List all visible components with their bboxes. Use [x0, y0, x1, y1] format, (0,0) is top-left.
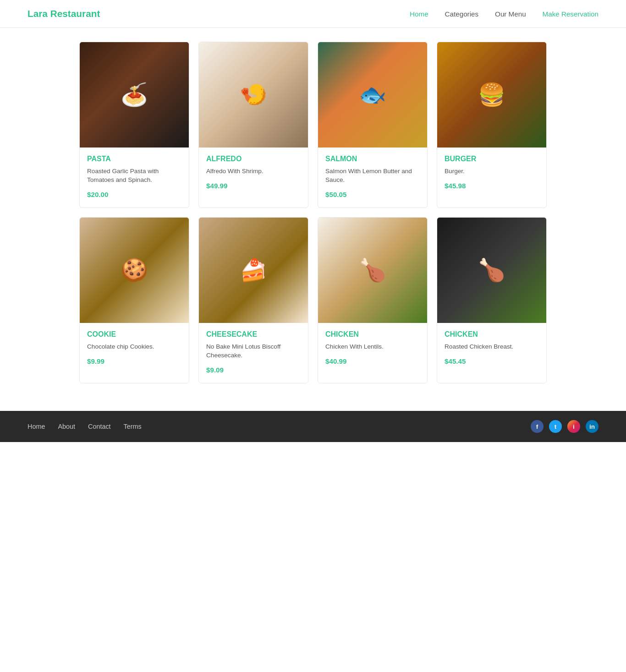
footer-links: HomeAboutContactTerms	[27, 423, 142, 430]
food-emoji-pasta: 🍝	[80, 42, 189, 148]
menu-card-desc-cookie: Chocolate chip Cookies.	[87, 342, 181, 351]
menu-card-price-pasta: $20.00	[87, 191, 181, 198]
menu-card-title-cookie: COOKIE	[87, 330, 181, 339]
menu-card-image-salmon: 🐟	[318, 42, 427, 148]
menu-card-body-cheesecake: CHEESECAKE No Bake Mini Lotus Biscoff Ch…	[199, 323, 308, 383]
menu-card-body-cookie: COOKIE Chocolate chip Cookies. $9.99	[80, 323, 189, 374]
menu-card-cheesecake: 🍰 CHEESECAKE No Bake Mini Lotus Biscoff …	[198, 217, 308, 383]
menu-card-desc-salmon: Salmon With Lemon Butter and Sauce.	[325, 167, 420, 184]
food-emoji-burger: 🍔	[437, 42, 546, 148]
menu-card-title-chicken-lentils: CHICKEN	[325, 330, 420, 339]
menu-card-salmon: 🐟 SALMON Salmon With Lemon Butter and Sa…	[318, 42, 428, 208]
main-content: 🍝 PASTA Roasted Garlic Pasta with Tomato…	[70, 28, 556, 411]
menu-card-burger: 🍔 BURGER Burger. $45.98	[437, 42, 547, 208]
footer-social: ftiin	[531, 420, 599, 433]
menu-card-desc-chicken-lentils: Chicken With Lentils.	[325, 342, 420, 351]
food-emoji-chicken-lentils: 🍗	[318, 218, 427, 323]
menu-card-title-burger: BURGER	[445, 155, 539, 163]
menu-card-price-cookie: $9.99	[87, 357, 181, 365]
menu-card-image-burger: 🍔	[437, 42, 546, 148]
menu-card-title-chicken-breast: CHICKEN	[445, 330, 539, 339]
menu-card-price-salmon: $50.05	[325, 191, 420, 198]
menu-card-title-pasta: PASTA	[87, 155, 181, 163]
footer-link-about[interactable]: About	[58, 423, 75, 430]
facebook-icon[interactable]: f	[531, 420, 544, 433]
menu-card-desc-chicken-breast: Roasted Chicken Breast.	[445, 342, 539, 351]
menu-card-price-chicken-lentils: $40.99	[325, 357, 420, 365]
menu-card-body-chicken-lentils: CHICKEN Chicken With Lentils. $40.99	[318, 323, 427, 374]
menu-card-desc-alfredo: Alfredo With Shrimp.	[206, 167, 301, 175]
menu-card-desc-cheesecake: No Bake Mini Lotus Biscoff Cheesecake.	[206, 342, 301, 360]
menu-card-image-chicken-breast: 🍗	[437, 218, 546, 323]
footer-link-contact[interactable]: Contact	[88, 423, 111, 430]
menu-card-title-salmon: SALMON	[325, 155, 420, 163]
site-logo[interactable]: Lara Restaurant	[27, 8, 100, 19]
menu-card-price-cheesecake: $9.09	[206, 366, 301, 374]
menu-card-pasta: 🍝 PASTA Roasted Garlic Pasta with Tomato…	[79, 42, 189, 208]
menu-card-image-alfredo: 🍤	[199, 42, 308, 148]
nav-categories[interactable]: Categories	[445, 10, 478, 18]
nav-home[interactable]: Home	[410, 10, 428, 18]
twitter-icon[interactable]: t	[549, 420, 562, 433]
nav-our-menu[interactable]: Our Menu	[495, 10, 526, 18]
menu-card-body-salmon: SALMON Salmon With Lemon Butter and Sauc…	[318, 148, 427, 208]
menu-card-chicken-lentils: 🍗 CHICKEN Chicken With Lentils. $40.99	[318, 217, 428, 383]
menu-card-title-alfredo: ALFREDO	[206, 155, 301, 163]
menu-card-body-pasta: PASTA Roasted Garlic Pasta with Tomatoes…	[80, 148, 189, 208]
menu-card-body-chicken-breast: CHICKEN Roasted Chicken Breast. $45.45	[437, 323, 546, 374]
food-emoji-cookie: 🍪	[80, 218, 189, 323]
menu-card-alfredo: 🍤 ALFREDO Alfredo With Shrimp. $49.99	[198, 42, 308, 208]
menu-card-image-cheesecake: 🍰	[199, 218, 308, 323]
food-emoji-cheesecake: 🍰	[199, 218, 308, 323]
menu-card-image-chicken-lentils: 🍗	[318, 218, 427, 323]
footer-link-terms[interactable]: Terms	[124, 423, 142, 430]
menu-card-price-chicken-breast: $45.45	[445, 357, 539, 365]
food-emoji-alfredo: 🍤	[199, 42, 308, 148]
instagram-icon[interactable]: i	[567, 420, 580, 433]
linkedin-icon[interactable]: in	[586, 420, 599, 433]
menu-card-image-cookie: 🍪	[80, 218, 189, 323]
menu-card-body-alfredo: ALFREDO Alfredo With Shrimp. $49.99	[199, 148, 308, 199]
menu-card-price-alfredo: $49.99	[206, 182, 301, 190]
menu-card-cookie: 🍪 COOKIE Chocolate chip Cookies. $9.99	[79, 217, 189, 383]
menu-card-desc-pasta: Roasted Garlic Pasta with Tomatoes and S…	[87, 167, 181, 184]
nav-make-reservation[interactable]: Make Reservation	[543, 10, 599, 18]
main-nav: Home Categories Our Menu Make Reservatio…	[410, 10, 599, 18]
menu-card-price-burger: $45.98	[445, 182, 539, 190]
menu-card-desc-burger: Burger.	[445, 167, 539, 175]
food-emoji-chicken-breast: 🍗	[437, 218, 546, 323]
menu-card-body-burger: BURGER Burger. $45.98	[437, 148, 546, 199]
food-emoji-salmon: 🐟	[318, 42, 427, 148]
menu-card-chicken-breast: 🍗 CHICKEN Roasted Chicken Breast. $45.45	[437, 217, 547, 383]
menu-card-image-pasta: 🍝	[80, 42, 189, 148]
menu-grid: 🍝 PASTA Roasted Garlic Pasta with Tomato…	[79, 42, 547, 383]
site-footer: HomeAboutContactTerms ftiin	[0, 411, 626, 442]
site-header: Lara Restaurant Home Categories Our Menu…	[0, 0, 626, 28]
footer-link-home[interactable]: Home	[27, 423, 45, 430]
menu-card-title-cheesecake: CHEESECAKE	[206, 330, 301, 339]
